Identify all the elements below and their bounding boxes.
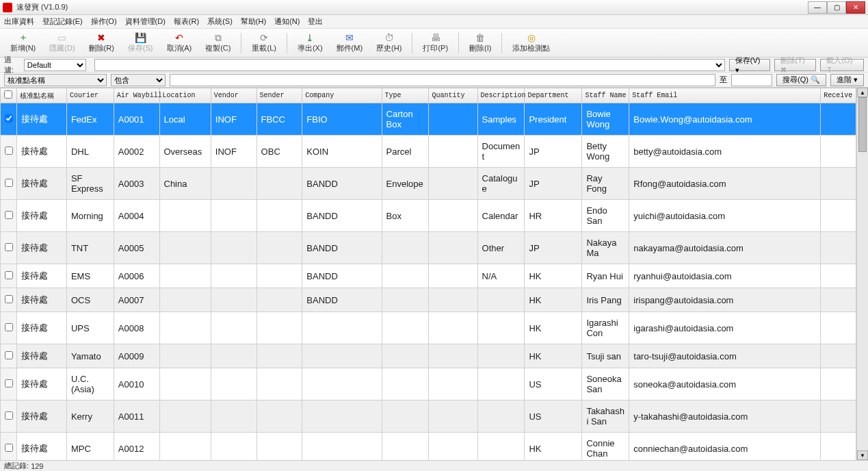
- print-label: 打印(P): [423, 43, 448, 53]
- save-icon: 💾: [135, 32, 146, 43]
- search-bar: 核准點名稱 包含 至 搜尋(Q) 🔍 進階 ▾: [0, 73, 868, 88]
- menu-item-5[interactable]: 系統(S): [207, 16, 233, 27]
- cancel-icon: ↶: [174, 32, 185, 43]
- print-button[interactable]: 🖶打印(P): [418, 30, 453, 56]
- search-button[interactable]: 搜尋(Q) 🔍: [776, 74, 826, 86]
- menu-item-3[interactable]: 資料管理(D): [125, 16, 166, 27]
- delete-row-button[interactable]: ▭隱藏(D): [44, 30, 79, 56]
- filter-delete-button[interactable]: 刪除(T) ✖: [774, 59, 817, 71]
- print-icon: 🖶: [430, 32, 441, 43]
- new-label: 新增(N): [10, 43, 36, 53]
- filter-label: 過濾:: [4, 55, 20, 75]
- new-button[interactable]: ＋新增(N): [5, 30, 40, 56]
- refresh-label: 重載(L): [252, 43, 276, 53]
- minimize-button[interactable]: —: [808, 1, 827, 14]
- title-bar: 速發寶 (V1.0.9) — ▢ ✕: [0, 0, 868, 15]
- add-point-label: 添加檢測點: [512, 43, 550, 53]
- history-label: 歷史(H): [376, 43, 402, 53]
- copy-icon: ⧉: [213, 32, 224, 43]
- delete2-icon: 🗑: [475, 32, 486, 43]
- add-point-button[interactable]: ◎添加檢測點: [508, 30, 555, 56]
- remove-label: 刪除(R): [89, 43, 114, 53]
- history-button[interactable]: ⏱歷史(H): [371, 30, 406, 56]
- filter-save-button[interactable]: 保存(V) ▾: [729, 59, 770, 71]
- search-to-input[interactable]: [731, 74, 772, 86]
- menu-item-2[interactable]: 操作(O): [91, 16, 117, 27]
- delete-row-label: 隱藏(D): [49, 43, 75, 53]
- maximize-button[interactable]: ▢: [827, 1, 846, 14]
- cancel-button[interactable]: ↶取消(A): [162, 30, 197, 56]
- export-icon: ⤓: [304, 32, 315, 43]
- add-point-icon: ◎: [526, 32, 537, 43]
- save-button[interactable]: 💾保存(S): [123, 30, 158, 56]
- delete2-label: 刪除(I): [469, 43, 491, 53]
- app-icon: [3, 3, 12, 12]
- delete2-button[interactable]: 🗑刪除(I): [464, 30, 496, 56]
- new-icon: ＋: [18, 32, 29, 43]
- search-operator-select[interactable]: 包含: [111, 74, 166, 86]
- filter-preset-select[interactable]: Default: [24, 59, 86, 71]
- delete-row-icon: ▭: [57, 32, 68, 43]
- menu-item-4[interactable]: 報表(R): [174, 16, 199, 27]
- refresh-icon: ⟳: [259, 32, 269, 43]
- copy-label: 複製(C): [205, 43, 231, 53]
- export-button[interactable]: ⤓導出(X): [293, 30, 328, 56]
- filter-import-button[interactable]: 載入(O) ⤒: [820, 59, 864, 71]
- window-title: 速發寶 (V1.0.9): [16, 2, 808, 12]
- copy-button[interactable]: ⧉複製(C): [200, 30, 235, 56]
- mail-button[interactable]: ✉郵件(M): [332, 30, 368, 56]
- search-field-select[interactable]: 核准點名稱: [4, 74, 107, 86]
- cancel-label: 取消(A): [167, 43, 192, 53]
- menu-item-7[interactable]: 通知(N): [274, 16, 300, 27]
- history-icon: ⏱: [384, 32, 395, 43]
- menu-bar: 出庫資料登記記錄(E)操作(O)資料管理(D)報表(R)系統(S)幫助(H)通知…: [0, 15, 868, 29]
- mail-label: 郵件(M): [337, 43, 363, 53]
- refresh-button[interactable]: ⟳重載(L): [247, 30, 280, 56]
- toolbar: ＋新增(N)▭隱藏(D)✖刪除(R)💾保存(S)↶取消(A)⧉複製(C)⟳重載(…: [0, 29, 868, 58]
- menu-item-8[interactable]: 登出: [308, 16, 323, 27]
- export-label: 導出(X): [298, 43, 323, 53]
- close-button[interactable]: ✕: [846, 1, 865, 14]
- search-input[interactable]: [170, 74, 715, 86]
- remove-button[interactable]: ✖刪除(R): [84, 30, 119, 56]
- mail-icon: ✉: [344, 32, 355, 43]
- advanced-button[interactable]: 進階 ▾: [830, 74, 864, 86]
- save-label: 保存(S): [128, 43, 153, 53]
- menu-item-6[interactable]: 幫助(H): [241, 16, 266, 27]
- filter-long-select[interactable]: [94, 59, 725, 71]
- remove-icon: ✖: [96, 32, 107, 43]
- menu-item-1[interactable]: 登記記錄(E): [42, 16, 83, 27]
- menu-item-0[interactable]: 出庫資料: [4, 16, 34, 27]
- filter-bar: 過濾: Default 保存(V) ▾ 刪除(T) ✖ 載入(O) ⤒: [0, 58, 868, 73]
- search-to-label: 至: [720, 75, 727, 85]
